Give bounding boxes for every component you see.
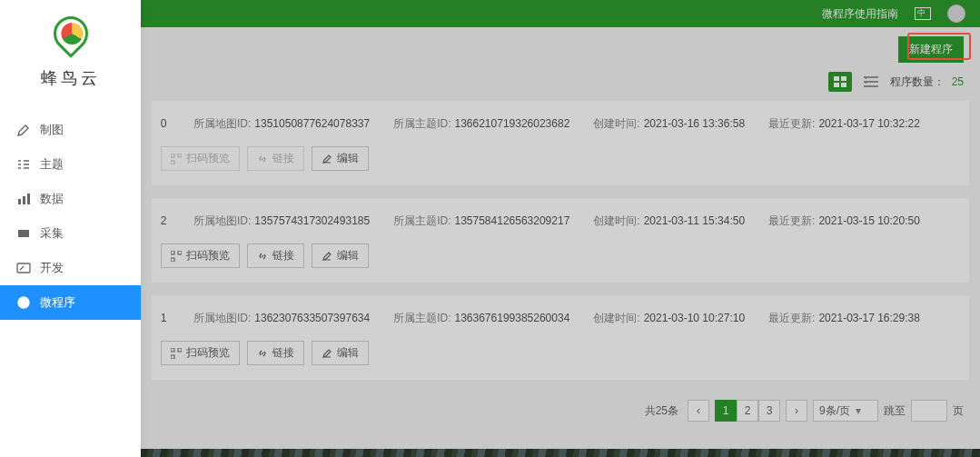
svg-rect-13 <box>171 161 174 164</box>
bottom-strip <box>141 449 980 457</box>
created-value: 2021-03-11 15:34:50 <box>644 214 745 227</box>
theme-id-label: 所属主题ID: <box>393 117 450 130</box>
chart-icon <box>16 192 31 206</box>
svg-rect-17 <box>171 348 174 352</box>
pagination-jump-input[interactable] <box>911 400 947 422</box>
sidebar-item-label: 微程序 <box>40 294 75 311</box>
pagination-page[interactable]: 2 <box>737 400 758 422</box>
avatar[interactable] <box>947 5 965 23</box>
meta-row: 程序数量：25 <box>141 68 980 101</box>
logo-block: 蜂鸟云 <box>0 0 141 100</box>
theme-icon <box>16 157 31 172</box>
theme-id-label: 所属主题ID: <box>393 214 450 227</box>
created-label: 创建时间: <box>593 312 639 324</box>
sidebar-item-mapping[interactable]: 制图 <box>0 113 141 147</box>
svg-rect-11 <box>171 154 174 157</box>
pagination-page[interactable]: 1 <box>715 400 737 422</box>
miniprogram-icon <box>16 295 31 310</box>
sidebar-item-collect[interactable]: 采集 <box>0 216 141 251</box>
main-content: 新建程序 程序数量：25 0所属地图ID:1351050877624078337… <box>141 27 980 457</box>
svg-point-6 <box>22 301 25 304</box>
sidebar-item-label: 采集 <box>40 225 64 242</box>
created-label: 创建时间: <box>593 117 639 130</box>
link-button[interactable]: 链接 <box>247 243 304 268</box>
link-button[interactable]: 链接 <box>247 341 304 365</box>
pagination-prev[interactable]: ‹ <box>688 400 709 422</box>
theme-id-value: 1366210719326023682 <box>455 117 570 130</box>
pagination-total: 共25条 <box>645 403 678 419</box>
updated-value: 2021-03-15 10:20:50 <box>818 214 919 227</box>
card-lead-badge: 2 <box>157 213 170 229</box>
svg-rect-14 <box>171 251 174 254</box>
pagination-page[interactable]: 3 <box>758 400 780 422</box>
program-card: 0所属地图ID:1351050877624078337所属主题ID:136621… <box>152 101 969 185</box>
svg-rect-9 <box>834 83 839 87</box>
svg-rect-7 <box>834 76 839 81</box>
collect-icon <box>16 226 31 241</box>
scan-preview-button[interactable]: 扫码预览 <box>161 341 240 365</box>
pagination: 共25条 ‹ 123 › 9条/页 跳至 页 <box>141 392 980 432</box>
map-id-label: 所属地图ID: <box>193 312 251 324</box>
edit-button[interactable]: 编辑 <box>312 243 369 268</box>
theme-id-label: 所属主题ID: <box>393 312 450 324</box>
theme-id-value: 1357584126563209217 <box>455 214 570 227</box>
scan-preview-button: 扫码预览 <box>161 146 240 171</box>
svg-rect-3 <box>18 230 29 237</box>
svg-rect-15 <box>178 251 182 254</box>
sidebar-nav: 制图 主题 数据 采集 开发 <box>0 113 141 320</box>
link-button: 链接 <box>247 146 304 171</box>
edit-button[interactable]: 编辑 <box>312 146 369 171</box>
updated-value: 2021-03-17 10:32:22 <box>818 117 919 130</box>
svg-rect-0 <box>18 199 21 204</box>
sidebar-item-miniprogram[interactable]: 微程序 <box>0 285 141 320</box>
sidebar-item-label: 数据 <box>40 191 64 207</box>
svg-rect-18 <box>178 348 182 352</box>
updated-value: 2021-03-17 16:29:38 <box>818 312 919 324</box>
pagination-page-suffix: 页 <box>953 403 964 419</box>
count-value: 25 <box>952 75 964 88</box>
sidebar: 蜂鸟云 制图 主题 数据 采集 <box>0 0 141 457</box>
list-view-toggle[interactable] <box>859 72 883 92</box>
map-id-label: 所属地图ID: <box>193 214 251 227</box>
logo-icon <box>52 16 90 62</box>
grid-view-toggle[interactable] <box>828 72 852 92</box>
updated-label: 最近更新: <box>768 312 815 324</box>
created-value: 2021-03-16 13:36:58 <box>644 117 745 130</box>
sidebar-item-data[interactable]: 数据 <box>0 182 141 216</box>
svg-rect-12 <box>178 154 182 157</box>
usage-guide-link[interactable]: 微程序使用指南 <box>822 6 898 22</box>
pagination-jump-label: 跳至 <box>884 403 906 419</box>
brand-name: 蜂鸟云 <box>0 67 141 89</box>
map-id-value: 1362307633507397634 <box>254 312 370 324</box>
created-label: 创建时间: <box>593 214 639 227</box>
svg-rect-1 <box>23 196 25 204</box>
theme-id-value: 1363676199385260034 <box>455 312 570 324</box>
count-label: 程序数量： <box>890 75 945 90</box>
sidebar-item-label: 制图 <box>40 122 64 138</box>
sidebar-item-theme[interactable]: 主题 <box>0 147 141 182</box>
pagination-per-page[interactable]: 9条/页 <box>813 400 878 422</box>
map-id-value: 1351050877624078337 <box>254 117 370 130</box>
sidebar-item-label: 开发 <box>40 260 64 276</box>
card-lead-badge: 1 <box>157 310 170 326</box>
card-lead-badge: 0 <box>157 115 170 132</box>
svg-rect-2 <box>27 194 30 204</box>
svg-rect-8 <box>841 76 846 81</box>
svg-rect-16 <box>171 258 174 262</box>
updated-label: 最近更新: <box>768 214 815 227</box>
program-card: 2所属地图ID:1357574317302493185所属主题ID:135758… <box>152 198 969 283</box>
topbar: 微程序使用指南 <box>0 0 980 27</box>
map-id-label: 所属地图ID: <box>193 117 251 130</box>
svg-rect-19 <box>171 355 174 359</box>
pagination-next[interactable]: › <box>786 400 807 422</box>
program-card: 1所属地图ID:1362307633507397634所属主题ID:136367… <box>152 295 969 380</box>
pencil-icon <box>16 123 31 137</box>
created-value: 2021-03-10 10:27:10 <box>644 312 745 324</box>
map-id-value: 1357574317302493185 <box>254 214 370 227</box>
language-icon[interactable] <box>915 7 931 20</box>
scan-preview-button[interactable]: 扫码预览 <box>161 243 240 268</box>
edit-button[interactable]: 编辑 <box>312 341 369 365</box>
new-program-button[interactable]: 新建程序 <box>898 36 964 63</box>
dev-icon <box>16 261 31 275</box>
sidebar-item-dev[interactable]: 开发 <box>0 251 141 285</box>
